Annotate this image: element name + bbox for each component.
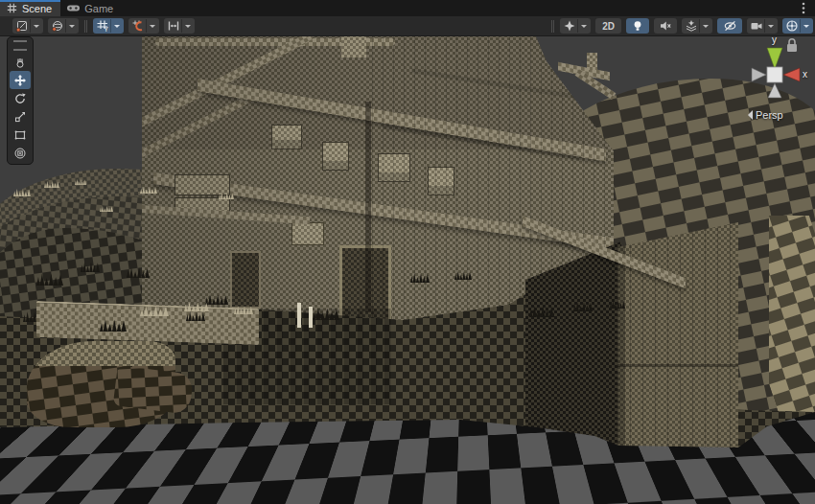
grid-y-axis-icon: Y [95, 19, 110, 33]
projection-label: Persp [756, 109, 783, 121]
transform-tool-button[interactable] [10, 144, 31, 162]
persp-cone-icon [748, 110, 753, 120]
rect-tool-button[interactable] [10, 126, 31, 144]
scene-lighting-button[interactable] [626, 18, 649, 34]
unity-scene-view-window: y x Persp Scene Game [0, 0, 815, 504]
view-mode-toolbar: Y [12, 18, 195, 34]
chevron-down-icon[interactable] [110, 19, 122, 33]
barn-seam [617, 364, 738, 367]
camera-icon [749, 19, 764, 33]
move-tool-button[interactable] [10, 71, 31, 89]
audio-toggle-button[interactable] [654, 18, 677, 34]
transform-icon [13, 147, 27, 160]
chevron-down-icon[interactable] [181, 19, 193, 33]
speaker-muted-icon [656, 19, 675, 33]
tab-game[interactable]: Game [60, 0, 122, 16]
camera-settings-button[interactable] [747, 18, 778, 34]
rect-tool-icon [13, 128, 27, 142]
white-plant-sprite [309, 307, 313, 328]
grid-visibility-button[interactable]: Y [93, 18, 124, 34]
axis-x-cone[interactable] [783, 68, 800, 81]
barn-building [617, 222, 738, 452]
wire-sphere-icon [50, 19, 65, 33]
tab-scene[interactable]: Scene [0, 0, 60, 16]
low-stone-wall [36, 301, 259, 345]
chevron-down-icon[interactable] [699, 19, 710, 33]
svg-text:Y: Y [105, 26, 109, 33]
effects-star-button[interactable] [560, 18, 591, 34]
rotate-icon [13, 92, 27, 105]
move-arrows-icon [13, 74, 27, 87]
scale-tool-button[interactable] [10, 107, 31, 126]
2d-view-button[interactable]: 2D [595, 18, 621, 34]
roof-beam-end [587, 53, 597, 70]
padlock-icon[interactable] [787, 39, 797, 52]
scene-orientation-gizmo[interactable]: y x Persp [736, 33, 815, 130]
gizmo-center-cube[interactable] [767, 67, 782, 82]
barn-plank-texture [617, 222, 738, 452]
toolbar-separator [551, 20, 552, 33]
gizmos-button[interactable] [782, 18, 813, 34]
axis-negative-y-cone[interactable] [768, 83, 781, 98]
chevron-down-icon[interactable] [30, 19, 41, 33]
axis-y-cone[interactable] [767, 48, 782, 69]
house-left-face-shade [142, 34, 372, 337]
view-options-button[interactable] [48, 18, 79, 34]
layers-star-icon [684, 19, 699, 33]
star-icon [562, 19, 577, 33]
view-tool-button[interactable] [10, 53, 31, 71]
rotate-tool-button[interactable] [10, 89, 31, 107]
axis-negative-x-cone[interactable] [752, 68, 766, 81]
projection-toggle[interactable]: Persp [748, 109, 783, 121]
gizmo-sphere-icon [784, 19, 800, 33]
white-plant-sprite [297, 303, 301, 328]
kebab-menu-icon[interactable] [798, 2, 809, 14]
snap-move-icon [166, 19, 181, 33]
chevron-down-icon[interactable] [800, 19, 811, 33]
tab-scene-label: Scene [22, 3, 52, 14]
chevron-down-icon[interactable] [65, 19, 77, 33]
scene-grid-icon [6, 2, 18, 14]
tab-bar: Scene Game [0, 0, 815, 16]
chevron-down-icon[interactable] [764, 19, 776, 33]
lightbulb-icon [628, 19, 647, 33]
scale-icon [13, 110, 27, 124]
toolbar-separator [84, 20, 85, 33]
scene-viewport[interactable]: y x Persp [0, 0, 815, 504]
chevron-down-icon[interactable] [146, 19, 157, 33]
palette-drag-handle[interactable] [13, 40, 27, 51]
scene-toolbar: Y [0, 16, 815, 36]
2d-label: 2D [597, 21, 619, 32]
shaded-mode-icon [14, 19, 30, 33]
view-options-toolbar: 2D [550, 18, 813, 34]
right-hill-bright-slope [769, 216, 815, 422]
tool-palette [7, 36, 34, 165]
axis-x-label: x [803, 69, 807, 80]
effects-button[interactable] [682, 18, 712, 34]
scene-visibility-button[interactable] [717, 18, 742, 34]
draw-mode-button[interactable] [12, 18, 43, 34]
chevron-down-icon[interactable] [577, 19, 589, 33]
hand-icon [13, 56, 27, 69]
tab-game-label: Game [84, 3, 113, 14]
grid-snap-magnet-icon [130, 19, 146, 33]
snap-to-grid-button[interactable] [128, 18, 159, 34]
gamepad-icon [66, 2, 81, 14]
snap-increment-button[interactable] [164, 18, 195, 34]
eye-slash-icon [719, 19, 740, 33]
